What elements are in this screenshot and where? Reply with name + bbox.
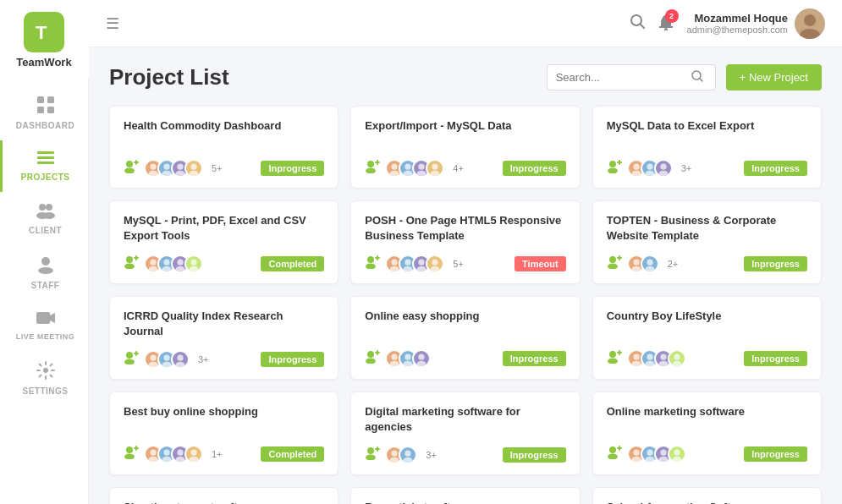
svg-point-102 — [366, 359, 376, 364]
avatars — [385, 159, 444, 178]
header-actions: + New Project — [547, 64, 822, 90]
topbar-right: 2 Mozammel Hoque admin@themeposh.com — [630, 8, 825, 39]
svg-point-32 — [162, 171, 172, 177]
svg-point-119 — [660, 354, 666, 360]
svg-point-50 — [608, 168, 618, 174]
svg-rect-1 — [37, 96, 44, 103]
svg-point-142 — [404, 457, 413, 463]
svg-point-135 — [367, 447, 374, 454]
add-person-icon[interactable] — [607, 160, 622, 177]
svg-point-84 — [608, 264, 618, 270]
svg-point-35 — [190, 164, 196, 170]
project-card[interactable]: Export/Import - MySQL Data 4+ — [350, 106, 580, 189]
svg-point-115 — [633, 354, 639, 360]
add-person-icon[interactable] — [607, 255, 622, 272]
project-name: Export/Import - MySQL Data — [365, 118, 565, 147]
svg-point-99 — [177, 355, 183, 361]
add-person-icon[interactable] — [365, 160, 380, 177]
user-email: admin@themeposh.com — [687, 25, 788, 35]
project-card[interactable]: Shanti restaurant software 2+ Inprogress — [109, 487, 338, 504]
project-footer: Inprogress — [607, 349, 807, 368]
add-person-icon[interactable] — [365, 255, 380, 272]
svg-point-33 — [177, 164, 183, 170]
svg-point-60 — [124, 264, 135, 270]
sidebar: T TeamWork DASHBOARD — [0, 0, 89, 504]
sidebar-item-settings[interactable]: SETTINGS — [0, 351, 88, 406]
project-card[interactable]: MySQL Data to Excel Export 3+ — [592, 106, 822, 189]
svg-point-38 — [366, 168, 376, 174]
user-info[interactable]: Mozammel Hoque admin@themeposh.com — [687, 8, 825, 39]
sidebar-label-live-meeting: LIVE MEETING — [16, 332, 75, 341]
project-card[interactable]: School Accounting Software 1+ — [592, 487, 822, 504]
svg-point-151 — [660, 450, 666, 456]
svg-point-81 — [432, 260, 438, 266]
add-person-icon[interactable] — [124, 255, 139, 272]
project-name: Country Boy LifeStyle — [607, 309, 807, 337]
svg-point-57 — [660, 164, 666, 170]
project-name: POSH - One Page HTML5 Responsive Busines… — [365, 213, 565, 243]
add-person-icon[interactable] — [365, 350, 380, 367]
projects-grid: Health Commodity Dashboard 5+ — [109, 106, 822, 504]
svg-point-29 — [150, 164, 156, 170]
topbar-search-icon[interactable] — [630, 14, 645, 33]
user-name: Mozammel Hoque — [687, 12, 788, 25]
project-footer: 3+ Inprogress — [124, 350, 324, 369]
add-person-icon[interactable] — [124, 446, 139, 463]
project-card[interactable]: MySQL - Print, PDF, Excel and CSV Export… — [109, 200, 338, 284]
search-input[interactable] — [556, 71, 691, 84]
member-count: 3+ — [198, 354, 209, 364]
project-meta — [124, 255, 203, 273]
add-person-icon[interactable] — [607, 350, 622, 367]
client-icon — [36, 202, 56, 223]
svg-point-26 — [124, 168, 135, 174]
svg-point-100 — [176, 362, 185, 368]
avatars — [144, 159, 203, 178]
project-card[interactable]: Bus e-ticket software 1+ Inprogress — [350, 487, 580, 504]
add-person-icon[interactable] — [365, 446, 380, 463]
sidebar-item-client[interactable]: CLIENT — [0, 192, 88, 245]
sidebar-item-staff[interactable]: STAFF — [0, 245, 88, 300]
svg-point-59 — [126, 256, 133, 263]
svg-point-90 — [645, 266, 654, 272]
project-card[interactable]: Online marketing software — [592, 392, 822, 475]
project-card[interactable]: Online easy shopping Inprogre — [350, 296, 580, 380]
project-footer: 5+ Inprogress — [124, 159, 324, 178]
svg-point-56 — [645, 171, 654, 177]
project-card[interactable]: POSH - One Page HTML5 Responsive Busines… — [350, 200, 580, 284]
project-footer: Inprogress — [365, 349, 565, 368]
project-name: School Accounting Software — [607, 500, 807, 504]
svg-point-149 — [647, 450, 652, 456]
avatar — [426, 255, 444, 273]
project-card[interactable]: Country Boy LifeStyle — [592, 296, 822, 380]
hamburger-menu[interactable]: ☰ — [106, 14, 119, 33]
svg-line-24 — [700, 79, 702, 81]
new-project-button[interactable]: + New Project — [726, 64, 822, 90]
search-box — [547, 64, 716, 90]
status-badge: Inprogress — [744, 446, 807, 462]
project-footer: 5+ Timeout — [365, 255, 565, 273]
project-card[interactable]: Digital marketing software for agencies … — [350, 392, 580, 475]
project-footer: Completed — [124, 255, 324, 273]
sidebar-item-projects[interactable]: PROJECTS — [0, 140, 88, 192]
status-badge: Inprogress — [503, 161, 566, 176]
project-footer: 3+ Inprogress — [365, 446, 565, 464]
svg-point-105 — [392, 354, 398, 360]
svg-point-139 — [392, 451, 398, 457]
add-person-icon[interactable] — [124, 351, 139, 368]
svg-point-13 — [38, 267, 53, 274]
svg-point-127 — [150, 450, 156, 456]
add-person-icon[interactable] — [607, 446, 622, 463]
notification-bell[interactable]: 2 — [658, 14, 674, 34]
project-card[interactable]: Health Commodity Dashboard 5+ — [109, 106, 338, 189]
add-person-icon[interactable] — [124, 160, 139, 177]
svg-point-118 — [645, 361, 654, 367]
project-card[interactable]: TOPTEN - Business & Corporate Website Te… — [592, 200, 822, 284]
project-card[interactable]: ICRRD Quality Index Research Journal 3+ — [109, 296, 338, 380]
project-card[interactable]: Best buy online shopping 1+ — [109, 392, 338, 475]
sidebar-label-staff: STAFF — [31, 281, 60, 290]
svg-point-54 — [631, 171, 641, 177]
sidebar-item-live-meeting[interactable]: LIVE MEETING — [0, 300, 88, 351]
sidebar-item-dashboard[interactable]: DASHBOARD — [0, 85, 88, 140]
project-meta: 5+ — [124, 159, 223, 178]
search-button[interactable] — [691, 70, 703, 85]
